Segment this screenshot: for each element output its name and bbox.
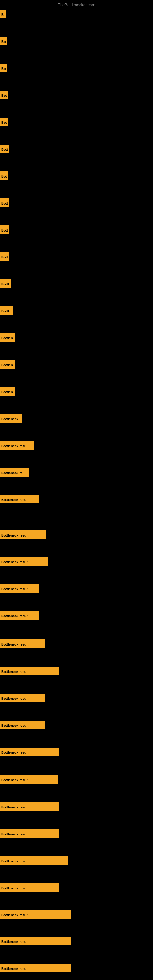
bottleneck-label-30: Bottleneck result <box>0 829 59 838</box>
bottleneck-label-35: Bottleneck result <box>0 964 71 972</box>
bottleneck-label-34: Bottleneck result <box>0 937 71 945</box>
bottleneck-label-13: Bottlen <box>0 360 15 369</box>
bottleneck-label-22: Bottleneck result <box>0 611 39 620</box>
bottleneck-label-25: Bottleneck result <box>0 694 45 702</box>
bottleneck-label-12: Bottlen <box>0 333 15 342</box>
bottleneck-label-17: Bottleneck re <box>0 468 29 477</box>
bottleneck-label-5: Bott <box>0 145 9 153</box>
bottleneck-label-24: Bottleneck result <box>0 667 59 675</box>
bottleneck-label-8: Bott <box>0 225 9 234</box>
bottleneck-label-16: Bottleneck resu <box>0 441 33 450</box>
bottleneck-label-33: Bottleneck result <box>0 910 71 919</box>
bottleneck-label-23: Bottleneck result <box>0 640 45 648</box>
bottleneck-label-19: Bottleneck result <box>0 530 46 539</box>
bottleneck-label-4: Bot <box>0 118 8 126</box>
bottleneck-label-11: Bottle <box>0 306 13 315</box>
bottleneck-label-20: Bottleneck result <box>0 557 48 566</box>
bottleneck-label-15: Bottleneck <box>0 414 22 423</box>
bottleneck-label-18: Bottleneck result <box>0 495 39 503</box>
bottleneck-label-9: Bott <box>0 252 9 261</box>
bottleneck-label-26: Bottleneck result <box>0 721 45 729</box>
bottleneck-label-1: Bo <box>0 37 7 45</box>
bottleneck-label-27: Bottleneck result <box>0 748 59 756</box>
bottleneck-label-21: Bottleneck result <box>0 584 39 593</box>
bottleneck-label-7: Bott <box>0 199 9 207</box>
bottleneck-label-31: Bottleneck result <box>0 856 68 865</box>
bottleneck-label-29: Bottleneck result <box>0 802 59 811</box>
bottleneck-label-28: Bottleneck result <box>0 775 59 784</box>
bottleneck-label-2: Bo <box>0 64 7 72</box>
bottleneck-label-10: Bottl <box>0 279 11 288</box>
bottleneck-label-3: Bot <box>0 91 8 99</box>
bottleneck-label-0: B <box>0 10 5 18</box>
bottleneck-label-6: Bot <box>0 172 8 180</box>
bottleneck-label-14: Bottlen <box>0 387 15 396</box>
bottleneck-label-32: Bottleneck result <box>0 883 59 892</box>
site-title: TheBottlenecker.com <box>58 2 95 7</box>
